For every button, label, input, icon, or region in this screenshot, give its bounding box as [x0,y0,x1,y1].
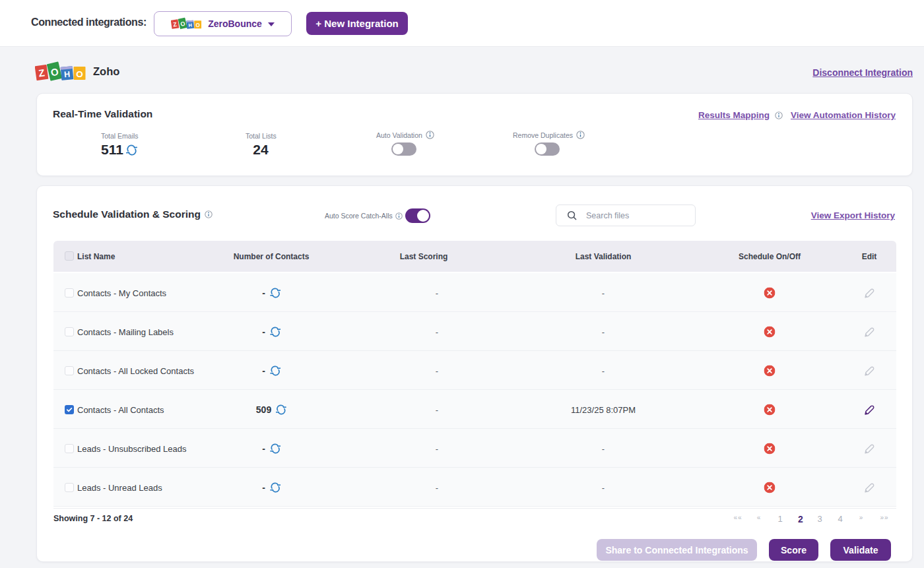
svg-text:H: H [188,22,192,28]
svg-text:H: H [64,70,71,80]
svg-text:O: O [196,22,200,28]
svg-text:O: O [76,69,83,79]
